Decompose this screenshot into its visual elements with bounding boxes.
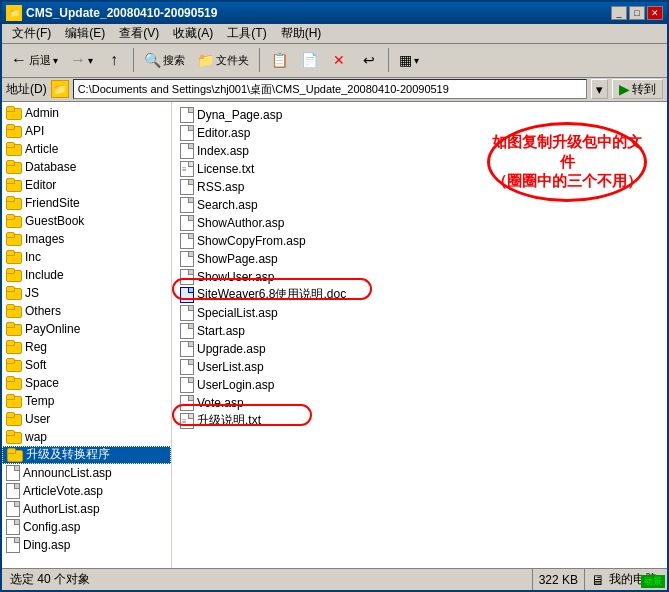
folder-icon	[6, 250, 22, 264]
up-button[interactable]: ↑	[100, 46, 128, 74]
folder-guestbook[interactable]: GuestBook	[2, 212, 171, 230]
address-input[interactable]: C:\Documents and Settings\zhj001\桌面\CMS_…	[73, 79, 587, 99]
folder-icon	[6, 124, 22, 138]
file-icon	[180, 125, 194, 141]
folder-icon	[6, 286, 22, 300]
folder-icon	[6, 232, 22, 246]
folder-images[interactable]: Images	[2, 230, 171, 248]
menu-favorites[interactable]: 收藏(A)	[167, 23, 219, 44]
file-speciallist[interactable]: SpecialList.asp	[176, 304, 663, 322]
file-icon	[180, 341, 194, 357]
file-icon	[180, 179, 194, 195]
address-dropdown[interactable]: ▾	[591, 79, 608, 99]
folder-include[interactable]: Include	[2, 266, 171, 284]
folder-editor[interactable]: Editor	[2, 176, 171, 194]
menu-view[interactable]: 查看(V)	[113, 23, 165, 44]
minimize-button[interactable]: _	[611, 6, 627, 20]
folder-icon	[6, 358, 22, 372]
file-icon	[180, 269, 194, 285]
file-icon	[6, 483, 20, 499]
window: 📁 CMS_Update_20080410-20090519 _ □ ✕ 文件(…	[0, 0, 669, 592]
file-upgrade-notes[interactable]: 升级说明.txt	[176, 412, 663, 430]
folder-upgrade[interactable]: 升级及转换程序	[2, 446, 171, 464]
folder-inc[interactable]: Inc	[2, 248, 171, 266]
address-label: 地址(D)	[6, 81, 47, 98]
folder-admin[interactable]: Admin	[2, 104, 171, 122]
folder-reg[interactable]: Reg	[2, 338, 171, 356]
menu-bar: 文件(F) 编辑(E) 查看(V) 收藏(A) 工具(T) 帮助(H)	[2, 24, 667, 44]
left-panel: Admin API Article Database Editor Friend…	[2, 102, 172, 568]
search-button[interactable]: 🔍 搜索	[139, 46, 190, 74]
views-button[interactable]: ▦▾	[394, 46, 424, 74]
folder-soft[interactable]: Soft	[2, 356, 171, 374]
go-button[interactable]: ▶ 转到	[612, 79, 663, 99]
file-vote[interactable]: Vote.asp	[176, 394, 663, 412]
folder-wap[interactable]: wap	[2, 428, 171, 446]
file-icon	[6, 519, 20, 535]
separator-2	[259, 48, 260, 72]
file-icon	[180, 143, 194, 159]
copy-button[interactable]: 📋	[265, 46, 293, 74]
file-showuser[interactable]: ShowUser.asp	[176, 268, 663, 286]
file-icon	[180, 323, 194, 339]
annotation-bubble: 如图复制升级包中的文件 （圈圈中的三个不用）	[487, 122, 647, 202]
file-icon	[180, 233, 194, 249]
file-icon	[180, 161, 194, 177]
file-dyna-page[interactable]: Dyna_Page.asp	[176, 106, 663, 124]
file-start[interactable]: Start.asp	[176, 322, 663, 340]
folder-article[interactable]: Article	[2, 140, 171, 158]
undo-button[interactable]: ↩	[355, 46, 383, 74]
folder-icon	[6, 214, 22, 228]
address-bar: 地址(D) 📁 C:\Documents and Settings\zhj001…	[2, 78, 667, 102]
watermark: 动景	[641, 575, 665, 588]
file-announcelist[interactable]: AnnouncList.asp	[2, 464, 171, 482]
window-title: CMS_Update_20080410-20090519	[26, 6, 217, 20]
folder-api[interactable]: API	[2, 122, 171, 140]
file-userlist[interactable]: UserList.asp	[176, 358, 663, 376]
folder-icon	[6, 106, 22, 120]
menu-help[interactable]: 帮助(H)	[275, 23, 328, 44]
folder-database[interactable]: Database	[2, 158, 171, 176]
file-ding[interactable]: Ding.asp	[2, 536, 171, 554]
file-icon	[180, 377, 194, 393]
paste-button[interactable]: 📄	[295, 46, 323, 74]
file-config[interactable]: Config.asp	[2, 518, 171, 536]
folder-others[interactable]: Others	[2, 302, 171, 320]
file-icon	[180, 287, 194, 303]
folder-icon	[6, 304, 22, 318]
file-showpage[interactable]: ShowPage.asp	[176, 250, 663, 268]
forward-button[interactable]: → ▾	[65, 46, 98, 74]
separator-3	[388, 48, 389, 72]
folder-temp[interactable]: Temp	[2, 392, 171, 410]
toolbar: ← 后退 ▾ → ▾ ↑ 🔍 搜索 📁 文件夹 📋 📄 ✕ ↩ ▦▾	[2, 44, 667, 78]
folders-button[interactable]: 📁 文件夹	[192, 46, 254, 74]
maximize-button[interactable]: □	[629, 6, 645, 20]
menu-file[interactable]: 文件(F)	[6, 23, 57, 44]
file-authorlist[interactable]: AuthorList.asp	[2, 500, 171, 518]
file-siteweaver-doc[interactable]: SiteWeaver6.8使用说明.doc	[176, 286, 663, 304]
file-icon	[180, 215, 194, 231]
status-selected: 选定 40 个对象	[6, 571, 532, 588]
file-userlogin[interactable]: UserLogin.asp	[176, 376, 663, 394]
close-button[interactable]: ✕	[647, 6, 663, 20]
menu-tools[interactable]: 工具(T)	[221, 23, 272, 44]
folder-friendsite[interactable]: FriendSite	[2, 194, 171, 212]
file-articlevote[interactable]: ArticleVote.asp	[2, 482, 171, 500]
right-panel: Dyna_Page.asp Editor.asp Index.asp Licen…	[172, 102, 667, 568]
back-button[interactable]: ← 后退 ▾	[6, 46, 63, 74]
menu-edit[interactable]: 编辑(E)	[59, 23, 111, 44]
folder-js[interactable]: JS	[2, 284, 171, 302]
folder-payonline[interactable]: PayOnline	[2, 320, 171, 338]
file-showauthor[interactable]: ShowAuthor.asp	[176, 214, 663, 232]
folder-user[interactable]: User	[2, 410, 171, 428]
file-upgrade[interactable]: Upgrade.asp	[176, 340, 663, 358]
file-showcopyfrom[interactable]: ShowCopyFrom.asp	[176, 232, 663, 250]
separator-1	[133, 48, 134, 72]
file-icon	[6, 465, 20, 481]
folder-icon	[6, 340, 22, 354]
file-icon	[6, 537, 20, 553]
file-icon	[180, 395, 194, 411]
delete-button[interactable]: ✕	[325, 46, 353, 74]
folder-icon	[6, 196, 22, 210]
folder-space[interactable]: Space	[2, 374, 171, 392]
